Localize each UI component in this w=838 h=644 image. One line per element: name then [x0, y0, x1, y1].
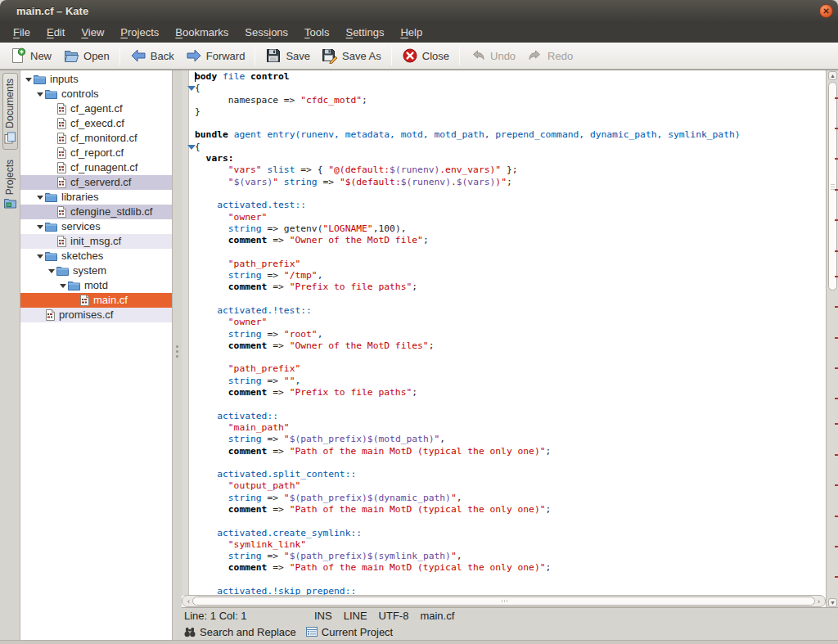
vertical-scrollbar-thumb[interactable]	[828, 82, 837, 290]
tree-item-cfengine_stdlib.cf[interactable]: cfengine_stdlib.cf	[20, 205, 172, 219]
forward-button-label: Forward	[206, 50, 246, 62]
back-button[interactable]: Back	[124, 46, 180, 65]
expander-arrow-icon[interactable]	[35, 225, 45, 229]
menu-edit[interactable]: Edit	[38, 23, 73, 43]
editor-view: body file control{ namespace => "cfdc_mo…	[182, 70, 838, 607]
file-icon	[79, 295, 89, 306]
code-line	[195, 352, 825, 363]
selection-mode-indicator[interactable]: LINE	[344, 610, 367, 622]
line-col-indicator: Line: 1 Col: 1	[184, 610, 303, 622]
save-button[interactable]: Save	[259, 46, 316, 65]
tree-item-system[interactable]: system	[20, 263, 172, 278]
tree-item-cf_agent.cf[interactable]: cf_agent.cf	[20, 101, 172, 116]
expander-arrow-icon[interactable]	[35, 92, 45, 97]
vertical-scrollbar[interactable]: ▲ ▼	[826, 70, 838, 607]
tree-item-cf_runagent.cf[interactable]: cf_runagent.cf	[20, 160, 172, 175]
new-button[interactable]: New	[4, 46, 57, 65]
tree-item-label: init_msg.cf	[70, 234, 121, 249]
horizontal-scrollbar-thumb[interactable]	[192, 597, 815, 606]
code-line: "vars" slist => { "@(default:$(runenv).e…	[195, 164, 825, 176]
folder-icon	[45, 192, 57, 202]
menu-help[interactable]: Help	[392, 23, 430, 43]
sidebar-tabstrip: DocumentsProjects	[0, 70, 20, 640]
code-line	[195, 188, 825, 200]
code-line	[195, 294, 825, 305]
forward-button[interactable]: Forward	[180, 46, 251, 65]
scroll-up-icon[interactable]: ▲	[828, 71, 837, 80]
tree-item-cf_serverd.cf[interactable]: cf_serverd.cf	[20, 175, 172, 190]
code-line: string => "root",	[195, 329, 825, 340]
close-button-label: Close	[422, 50, 449, 62]
tree-item-cf_report.cf[interactable]: cf_report.cf	[20, 146, 172, 160]
expander-arrow-icon[interactable]	[24, 78, 34, 82]
current-project-button[interactable]: Current Project	[306, 626, 393, 638]
tree-item-motd[interactable]: motd	[20, 278, 172, 293]
documents-tree[interactable]: inputscontrolscf_agent.cfcf_execd.cfcf_m…	[20, 70, 173, 640]
undo-button: Undo	[464, 46, 521, 65]
menu-view[interactable]: View	[73, 23, 112, 43]
open-button[interactable]: Open	[57, 46, 115, 65]
tree-item-libraries[interactable]: libraries	[20, 190, 172, 205]
menu-file[interactable]: File	[5, 23, 38, 43]
menu-tools[interactable]: Tools	[296, 23, 337, 43]
menu-settings[interactable]: Settings	[337, 23, 392, 43]
close-button[interactable]: Close	[396, 46, 455, 65]
code-line	[195, 118, 825, 129]
toolbar-separator	[119, 46, 120, 65]
tree-item-init_msg.cf[interactable]: init_msg.cf	[20, 234, 172, 249]
tree-item-cf_execd.cf[interactable]: cf_execd.cf	[20, 116, 172, 131]
window-close-button[interactable]: ✕	[819, 4, 833, 18]
fold-marker-icon[interactable]	[187, 145, 196, 150]
search-and-replace-button[interactable]: Search and Replace	[184, 626, 296, 638]
titlebar[interactable]: main.cf – Kate ✕	[0, 0, 838, 23]
close-icon	[402, 47, 418, 64]
expander-arrow-icon[interactable]	[47, 269, 56, 273]
tree-item-label: cf_monitord.cf	[70, 131, 137, 146]
tree-item-promises.cf[interactable]: promises.cf	[20, 308, 172, 322]
code-line: body file control	[195, 71, 825, 83]
code-line: "output_path"	[195, 480, 825, 492]
tree-item-controls[interactable]: controls	[20, 87, 172, 101]
tree-item-cf_monitord.cf[interactable]: cf_monitord.cf	[20, 131, 172, 146]
panel-splitter[interactable]	[173, 70, 182, 640]
horizontal-scrollbar[interactable]: ‹ ›	[182, 595, 826, 607]
tree-item-services[interactable]: services	[20, 219, 172, 234]
scroll-right-icon[interactable]: ›	[814, 597, 823, 606]
code-line: "owner"	[195, 317, 825, 328]
sidebar-tab-projects[interactable]: Projects	[3, 155, 17, 214]
editor-column: body file control{ namespace => "cfdc_mo…	[182, 70, 838, 640]
code-line: string => "$(path_prefix)$(symlink_path)…	[195, 551, 825, 562]
code-line: activated.!test::	[195, 305, 825, 317]
folder-icon	[45, 89, 57, 99]
insert-mode-indicator[interactable]: INS	[314, 610, 332, 622]
text-cursor	[195, 72, 196, 82]
code-line	[195, 574, 825, 586]
tree-item-sketches[interactable]: sketches	[20, 249, 172, 263]
fold-marker-icon[interactable]	[187, 86, 196, 91]
tree-item-main.cf[interactable]: main.cf	[20, 293, 172, 308]
scroll-down-icon[interactable]: ▼	[828, 598, 837, 607]
tree-item-label: system	[73, 263, 106, 278]
code-line: namespace => "cfdc_motd";	[195, 95, 825, 106]
encoding-indicator[interactable]: UTF-8	[379, 610, 409, 622]
forward-arrow-icon	[186, 47, 202, 64]
code-line: "symlink_link"	[195, 539, 825, 551]
kate-window: main.cf – Kate ✕ FileEditViewProjectsBoo…	[0, 0, 838, 644]
expander-arrow-icon[interactable]	[35, 254, 45, 259]
tree-item-inputs[interactable]: inputs	[20, 72, 172, 87]
menu-bookmarks[interactable]: Bookmarks	[167, 23, 237, 43]
scrollbar-mark	[835, 128, 838, 129]
code-line: string => "/tmp",	[195, 270, 825, 281]
code-line: string => "$(path_prefix)$(motd_path)",	[195, 434, 825, 445]
menu-projects[interactable]: Projects	[112, 23, 167, 43]
expander-arrow-icon[interactable]	[35, 196, 45, 200]
redo-button-label: Redo	[547, 50, 573, 62]
scrollbar-mark	[835, 576, 838, 578]
code-area[interactable]: body file control{ namespace => "cfdc_mo…	[195, 71, 825, 596]
save-as-button[interactable]: Save As	[316, 46, 387, 65]
splitter-grip-icon	[176, 345, 178, 360]
new-document-icon	[10, 47, 26, 64]
sidebar-tab-documents[interactable]: Documents	[2, 73, 18, 150]
expander-arrow-icon[interactable]	[58, 284, 68, 288]
menu-sessions[interactable]: Sessions	[237, 23, 296, 43]
